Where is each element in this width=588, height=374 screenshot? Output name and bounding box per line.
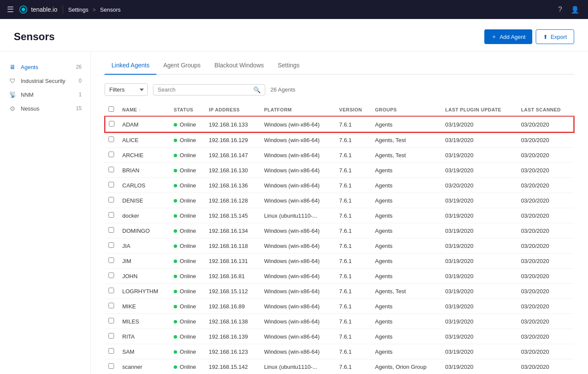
cell-last-plugin: 03/19/2020: [442, 254, 518, 269]
status-dot: [174, 169, 177, 172]
header-name[interactable]: NAME: [119, 103, 170, 117]
cell-version: 7.6.1: [336, 163, 372, 178]
cell-groups: Agents, Test: [372, 148, 442, 163]
table-row[interactable]: BRIANOnline192.168.16.130Windows (win-x8…: [105, 163, 574, 178]
row-checkbox[interactable]: [108, 288, 114, 293]
export-button[interactable]: ⬆ Export: [536, 29, 574, 44]
breadcrumb-separator: >: [92, 6, 96, 13]
select-all-checkbox[interactable]: [108, 106, 114, 112]
cell-version: 7.6.1: [336, 178, 372, 193]
sidebar-item-agents[interactable]: 🖥 Agents 26: [0, 60, 90, 74]
row-checkbox[interactable]: [108, 333, 114, 339]
menu-icon[interactable]: ☰: [7, 5, 14, 14]
cell-groups: Agents: [372, 344, 442, 359]
table-row[interactable]: CARLOSOnline192.168.16.136Windows (win-x…: [105, 178, 574, 193]
help-icon[interactable]: ?: [556, 4, 564, 15]
tab-linked-agents[interactable]: Linked Agents: [105, 58, 156, 75]
topnav: ☰ tenable.io Settings > Sensors ? 👤: [0, 0, 588, 19]
user-icon[interactable]: 👤: [569, 4, 581, 16]
header-checkbox-col: [105, 103, 119, 117]
add-agent-button[interactable]: ＋ Add Agent: [484, 29, 532, 44]
sidebar-item-nessus[interactable]: ⊙ Nessus 15: [0, 101, 90, 115]
status-text: Online: [180, 197, 196, 204]
cell-name: docker: [119, 208, 170, 223]
table-row[interactable]: LOGRHYTHMOnline192.168.15.112Windows (wi…: [105, 284, 574, 299]
table-row[interactable]: dockerOnline192.168.15.145Linux (ubuntu1…: [105, 208, 574, 223]
row-checkbox[interactable]: [108, 318, 114, 323]
table-row[interactable]: RITAOnline192.168.16.139Windows (win-x86…: [105, 329, 574, 344]
cell-name: BRIAN: [119, 163, 170, 178]
table-row[interactable]: MIKEOnline192.168.16.89Windows (win-x86-…: [105, 299, 574, 314]
status-dot: [174, 139, 177, 142]
table-row[interactable]: MILESOnline192.168.16.138Windows (win-x8…: [105, 314, 574, 329]
status-text: Online: [180, 137, 196, 143]
table-row[interactable]: DENISEOnline192.168.16.128Windows (win-x…: [105, 193, 574, 208]
filters-select[interactable]: Filters: [105, 83, 148, 96]
row-checkbox[interactable]: [108, 167, 114, 172]
cell-groups: Agents: [372, 178, 442, 193]
row-checkbox[interactable]: [108, 182, 114, 187]
cell-name: ARCHIE: [119, 148, 170, 163]
status-dot: [174, 199, 177, 203]
tab-blackout-windows[interactable]: Blackout Windows: [207, 58, 270, 75]
status-text: Online: [180, 349, 196, 355]
table-row[interactable]: JIAOnline192.168.16.118Windows (win-x86-…: [105, 238, 574, 254]
header-groups: GROUPS: [372, 103, 442, 117]
row-checkbox[interactable]: [109, 121, 114, 127]
sidebar-item-nnm[interactable]: 📡 NNM 1: [0, 88, 90, 101]
cell-name: MILES: [119, 314, 170, 329]
table-row[interactable]: ARCHIEOnline192.168.16.147Windows (win-x…: [105, 148, 574, 163]
cell-groups: Agents: [372, 163, 442, 178]
row-checkbox[interactable]: [108, 197, 114, 203]
cell-last-scanned: 03/20/2020: [518, 193, 574, 208]
cell-last-plugin: 03/19/2020: [442, 299, 518, 314]
logo[interactable]: tenable.io: [19, 5, 57, 14]
row-checkbox[interactable]: [108, 136, 114, 142]
row-checkbox[interactable]: [108, 257, 114, 263]
row-checkbox[interactable]: [108, 242, 114, 248]
table-row[interactable]: ALICEOnline192.168.16.129Windows (win-x8…: [105, 132, 574, 148]
add-agent-label: Add Agent: [499, 34, 525, 40]
cell-last-scanned: 03/20/2020: [518, 163, 574, 178]
row-checkbox[interactable]: [108, 152, 114, 157]
cell-name: DOMINGO: [119, 223, 170, 238]
row-checkbox[interactable]: [108, 303, 114, 308]
table-row[interactable]: JOHNOnline192.168.16.81Windows (win-x86-…: [105, 269, 574, 284]
cell-platform: Windows (win-x86-64): [261, 284, 336, 299]
cell-version: 7.6.1: [336, 344, 372, 359]
status-text: Online: [180, 167, 196, 174]
row-checkbox[interactable]: [108, 363, 114, 369]
cell-last-plugin: 03/19/2020: [442, 163, 518, 178]
search-input[interactable]: [158, 86, 251, 93]
tenable-logo-icon: [19, 5, 28, 14]
svg-point-1: [22, 8, 25, 11]
table-row[interactable]: ADAMOnline192.168.16.133Windows (win-x86…: [105, 117, 574, 132]
cell-last-plugin: 03/19/2020: [442, 344, 518, 359]
cell-version: 7.6.1: [336, 299, 372, 314]
tab-settings[interactable]: Settings: [271, 58, 307, 75]
cell-last-plugin: 03/19/2020: [442, 132, 518, 148]
row-checkbox[interactable]: [108, 227, 114, 233]
row-checkbox[interactable]: [108, 273, 114, 278]
status-dot: [174, 365, 177, 369]
row-checkbox[interactable]: [108, 348, 114, 354]
cell-ip: 192.168.16.139: [205, 329, 261, 344]
table-row[interactable]: SAMOnline192.168.16.123Windows (win-x86-…: [105, 344, 574, 359]
cell-platform: Windows (win-x86-64): [261, 314, 336, 329]
row-checkbox[interactable]: [108, 212, 114, 218]
breadcrumb-settings[interactable]: Settings: [68, 6, 89, 13]
table-row[interactable]: scannerOnline192.168.15.142Linux (ubuntu…: [105, 359, 574, 374]
cell-version: 7.6.1: [336, 117, 372, 132]
table-row[interactable]: DOMINGOOnline192.168.16.134Windows (win-…: [105, 223, 574, 238]
tab-agent-groups[interactable]: Agent Groups: [156, 58, 207, 75]
status-text: Online: [180, 258, 196, 264]
cell-groups: Agents, Test: [372, 132, 442, 148]
cell-version: 7.6.1: [336, 314, 372, 329]
cell-version: 7.6.1: [336, 359, 372, 374]
status-text: Online: [180, 228, 196, 234]
cell-name: DENISE: [119, 193, 170, 208]
sidebar-item-industrial-security[interactable]: 🛡 Industrial Security 0: [0, 74, 90, 88]
table-row[interactable]: JIMOnline192.168.16.131Windows (win-x86-…: [105, 254, 574, 269]
cell-last-scanned: 03/20/2020: [518, 269, 574, 284]
status-dot: [174, 244, 177, 248]
